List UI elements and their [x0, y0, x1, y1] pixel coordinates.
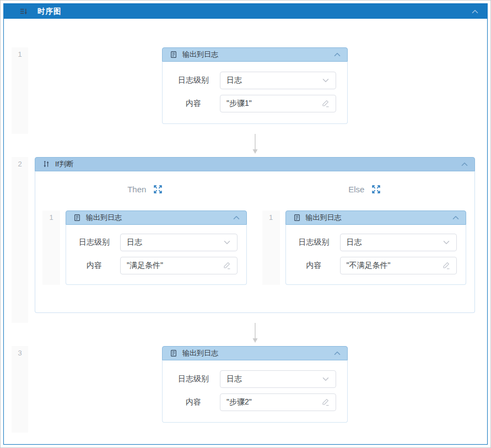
sequence-panel: 时序图 1 输出到日志 日志级别 — [3, 3, 488, 445]
sequence-list-icon — [19, 7, 28, 15]
then-branch: 1 输出到日志 — [35, 210, 255, 285]
content-input[interactable]: "步骤2" — [220, 393, 336, 411]
chevron-up-icon[interactable] — [333, 349, 342, 358]
expand-fullscreen-icon[interactable] — [153, 185, 163, 194]
select-value: 日志 — [226, 75, 318, 85]
else-label: Else — [348, 185, 364, 194]
block-title: 输出到日志 — [182, 50, 218, 60]
select-value: 日志 — [127, 238, 219, 247]
content-input[interactable]: "步骤1" — [220, 95, 336, 112]
log-level-select[interactable]: 日志 — [220, 370, 336, 388]
arrow-down-icon — [251, 134, 260, 157]
content-label: 内容 — [73, 261, 116, 271]
block-title: 输出到日志 — [86, 213, 122, 223]
chevron-down-icon — [223, 238, 231, 247]
step-row-3: 3 输出到日志 日志级别 日志 — [12, 346, 482, 433]
chevron-up-icon[interactable] — [232, 213, 241, 222]
branch-arrows-icon — [42, 160, 50, 168]
step-index: 2 — [12, 157, 28, 323]
expand-fullscreen-icon[interactable] — [371, 185, 381, 194]
screen: 时序图 1 输出到日志 日志级别 — [0, 0, 491, 448]
step-index: 3 — [12, 346, 28, 433]
block-title: 输出到日志 — [182, 348, 218, 358]
panel-header[interactable]: 时序图 — [4, 4, 487, 19]
log-document-icon — [73, 214, 81, 222]
pencil-icon[interactable] — [223, 261, 231, 270]
content-label: 内容 — [171, 99, 215, 109]
input-value: "步骤2" — [226, 397, 318, 407]
input-value: "满足条件" — [127, 261, 219, 271]
pencil-icon[interactable] — [321, 99, 330, 108]
chevron-up-icon[interactable] — [471, 7, 479, 16]
block-title: If判断 — [55, 159, 73, 169]
pencil-icon[interactable] — [442, 261, 451, 270]
log-block-header[interactable]: 输出到日志 — [162, 47, 348, 62]
then-label: Then — [127, 185, 146, 194]
content-label: 内容 — [171, 397, 215, 407]
log-level-label: 日志级别 — [293, 238, 336, 247]
log-document-icon — [293, 214, 301, 222]
block-title: 输出到日志 — [306, 213, 342, 223]
chevron-up-icon[interactable] — [460, 160, 469, 169]
log-level-select[interactable]: 日志 — [340, 234, 457, 251]
chevron-down-icon — [321, 76, 330, 85]
if-block-header[interactable]: If判断 — [35, 157, 475, 171]
else-branch: 1 输出到日志 — [255, 210, 475, 285]
log-level-label: 日志级别 — [73, 238, 116, 247]
step-index: 1 — [42, 210, 60, 285]
log-level-select[interactable]: 日志 — [220, 72, 336, 89]
content-input[interactable]: "不满足条件" — [340, 257, 457, 274]
content-input[interactable]: "满足条件" — [120, 257, 238, 274]
flow-connector-1 — [12, 134, 482, 157]
step-row-1: 1 输出到日志 日志级别 日志 — [12, 47, 482, 134]
flow-connector-2 — [12, 323, 482, 346]
if-block: If判断 Then Else — [35, 157, 475, 313]
log-document-icon — [170, 349, 177, 357]
input-value: "不满足条件" — [347, 261, 439, 271]
chevron-down-icon — [321, 375, 330, 384]
log-block-else: 输出到日志 日志级别 日志 — [285, 210, 467, 285]
log-block-header[interactable]: 输出到日志 — [285, 210, 467, 225]
log-block-header[interactable]: 输出到日志 — [66, 210, 247, 225]
content-label: 内容 — [293, 261, 336, 271]
chevron-down-icon — [442, 238, 451, 247]
select-value: 日志 — [347, 238, 439, 247]
pencil-icon[interactable] — [321, 398, 330, 407]
arrow-down-icon — [251, 323, 260, 346]
chevron-up-icon[interactable] — [451, 213, 460, 222]
chevron-up-icon[interactable] — [333, 50, 342, 59]
log-block-step1: 输出到日志 日志级别 日志 — [162, 47, 348, 124]
log-document-icon — [170, 51, 177, 58]
input-value: "步骤1" — [226, 99, 318, 109]
log-block-header[interactable]: 输出到日志 — [162, 346, 348, 360]
log-block-then: 输出到日志 日志级别 日志 — [66, 210, 247, 285]
step-index: 1 — [262, 210, 280, 285]
log-level-select[interactable]: 日志 — [120, 234, 238, 251]
log-block-step3: 输出到日志 日志级别 日志 — [162, 346, 348, 423]
log-level-label: 日志级别 — [171, 374, 215, 384]
panel-title: 时序图 — [37, 7, 62, 17]
select-value: 日志 — [226, 374, 318, 384]
step-index: 1 — [12, 47, 28, 134]
step-row-2: 2 If判断 Then — [12, 157, 482, 323]
sequence-canvas: 1 输出到日志 日志级别 日志 — [4, 19, 487, 444]
log-level-label: 日志级别 — [171, 75, 215, 85]
